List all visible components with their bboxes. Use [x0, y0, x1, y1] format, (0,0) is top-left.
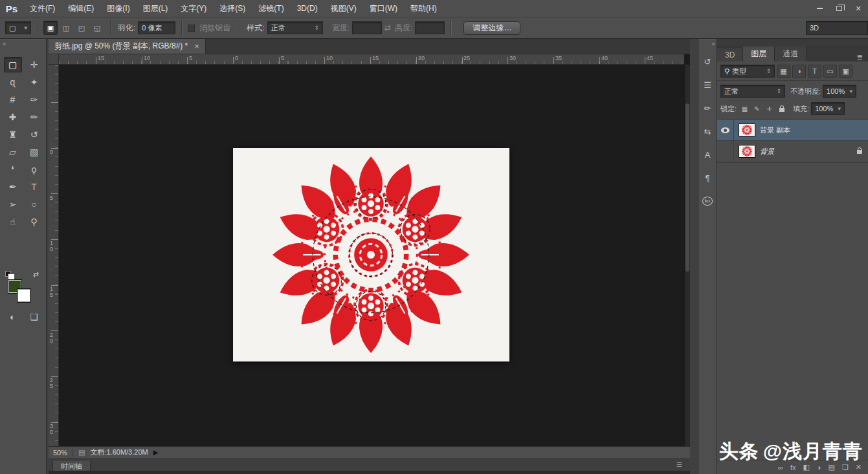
swap-colors-icon[interactable]: ⇄ [33, 270, 39, 279]
tab-close-icon[interactable]: × [194, 41, 199, 51]
filter-adjustment-layers-button[interactable]: ◑ [792, 65, 806, 78]
dodge-tool[interactable]: ϙ [25, 162, 43, 177]
menu-layer[interactable]: 图层(L) [137, 0, 175, 17]
tool-preset-picker[interactable]: ▢ ▾ [5, 21, 31, 34]
clone-source-panel-icon[interactable]: ⇆ [700, 124, 715, 138]
default-colors-icon[interactable] [5, 271, 11, 277]
expand-dock-icon[interactable]: « [711, 40, 714, 47]
menu-filter[interactable]: 滤镜(T) [252, 0, 290, 17]
tab-channels[interactable]: 通道 [775, 47, 807, 61]
height-input[interactable] [415, 21, 445, 34]
panel-menu-icon[interactable]: ≣ [857, 53, 868, 61]
new-selection-button[interactable]: ▣ [43, 21, 58, 35]
menu-type[interactable]: 文字(Y) [174, 0, 213, 17]
menu-select[interactable]: 选择(S) [213, 0, 252, 17]
horizontal-ruler[interactable]: 15 10 5 0 5 10 15 20 25 30 35 40 45 [59, 54, 684, 65]
lock-image-pixels-button[interactable]: ✎ [751, 103, 763, 114]
zoom-tool[interactable]: ⚲ [25, 214, 43, 230]
background-color-swatch[interactable] [17, 288, 31, 303]
clone-stamp-tool[interactable]: ♜ [4, 127, 22, 142]
blur-tool[interactable]: ❛ [4, 162, 22, 177]
magic-wand-tool[interactable]: ✦ [25, 74, 43, 90]
screen-mode-button[interactable]: ❏ [25, 309, 43, 325]
properties-panel-icon[interactable]: ☰ [700, 78, 715, 92]
papercut-photo[interactable] [233, 148, 509, 361]
layer-row-background-copy[interactable]: 背景 副本 [717, 120, 868, 141]
document-tab[interactable]: 剪纸.jpg @ 50% (背景 副本, RGB/8#) * × [49, 39, 206, 54]
history-panel-icon[interactable]: ↺ [700, 54, 715, 69]
antialias-checkbox[interactable] [188, 25, 195, 32]
timeline-menu-icon[interactable]: ☰ [676, 461, 682, 468]
eyedropper-tool[interactable]: ✑ [25, 92, 43, 107]
kuler-panel-icon[interactable]: ku [700, 194, 715, 208]
menu-window[interactable]: 窗口(W) [363, 0, 404, 17]
tab-3d[interactable]: 3D [717, 48, 743, 61]
menu-edit[interactable]: 编辑(E) [61, 0, 100, 17]
layer-row-background[interactable]: 背景 [717, 141, 868, 162]
ellipse-tool[interactable]: ○ [25, 197, 43, 212]
layer-name[interactable]: 背景 副本 [760, 125, 790, 135]
brush-icon: ✏ [30, 112, 38, 122]
collapse-tools-icon[interactable]: « [3, 40, 5, 47]
layer-name[interactable]: 背景 [760, 147, 774, 156]
hand-tool[interactable]: ☝ [4, 214, 22, 230]
lock-position-button[interactable]: ✛ [763, 103, 775, 114]
pen-tool[interactable]: ✒ [4, 179, 22, 195]
character-panel-icon[interactable]: A [700, 147, 715, 162]
crop-tool[interactable]: # [4, 92, 22, 107]
intersect-selection-button[interactable]: ◱ [90, 21, 104, 35]
canvas-area[interactable] [59, 65, 684, 446]
filter-kind-select[interactable]: ⚲ 类型 ⇕ [720, 65, 775, 78]
menu-view[interactable]: 视图(V) [324, 0, 363, 17]
brush-tool[interactable]: ✏ [25, 109, 43, 125]
layer-visibility-toggle[interactable] [717, 120, 734, 140]
path-selection-tool[interactable]: ➢ [4, 197, 22, 212]
refine-edge-button[interactable]: 调整边缘… [463, 21, 520, 35]
lock-transparent-pixels-button[interactable]: ▦ [739, 103, 751, 114]
blend-mode-select[interactable]: 正常 ⇕ [720, 85, 785, 98]
filter-shape-layers-button[interactable]: ▭ [823, 65, 837, 78]
spot-healing-brush-tool[interactable]: ✚ [4, 109, 22, 125]
minimize-button[interactable] [810, 0, 829, 17]
type-tool[interactable]: T [25, 179, 43, 195]
add-to-selection-button[interactable]: ◫ [59, 21, 73, 35]
rectangular-marquee-tool[interactable]: ▢ [4, 57, 22, 72]
layer-thumbnail[interactable] [739, 124, 755, 136]
gradient-tool[interactable]: ▧ [25, 144, 43, 160]
quick-mask-button[interactable]: ◐ [4, 309, 22, 325]
tab-layers[interactable]: 图层 [743, 47, 775, 61]
filter-smart-objects-button[interactable]: ▣ [839, 65, 852, 78]
vertical-scrollbar[interactable] [684, 65, 690, 446]
swap-dimensions-icon[interactable]: ⇄ [384, 23, 391, 32]
vertical-ruler[interactable]: 0 5 10 15 20 25 30 [49, 65, 59, 446]
layer-thumbnail[interactable] [739, 145, 755, 158]
move-tool[interactable]: ✛ [25, 57, 43, 72]
fill-input[interactable]: 100% ▾ [811, 102, 845, 115]
menu-file[interactable]: 文件(F) [23, 0, 61, 17]
zoom-level-field[interactable]: 50% [53, 449, 67, 457]
paragraph-panel-icon[interactable]: ¶ [700, 171, 715, 185]
brush-panel-icon[interactable]: ✏ [700, 101, 715, 115]
layer-visibility-toggle[interactable] [717, 141, 734, 162]
opacity-label: 不透明度: [790, 87, 821, 96]
scrollbar-thumb[interactable] [685, 103, 689, 272]
lasso-tool[interactable]: ɋ [4, 74, 22, 90]
style-select[interactable]: 正常 ⇕ [267, 21, 323, 34]
feather-input[interactable]: 0 像素 [138, 21, 175, 34]
close-button[interactable]: ✕ [849, 0, 868, 17]
workspace-select[interactable]: 3D [806, 21, 868, 35]
eraser-tool[interactable]: ▱ [4, 144, 22, 160]
menu-3d[interactable]: 3D(D) [291, 0, 324, 17]
opacity-input[interactable]: 100% ▾ [823, 85, 856, 98]
menu-help[interactable]: 帮助(H) [404, 0, 443, 17]
subtract-from-selection-button[interactable]: ◰ [74, 21, 89, 35]
filter-type-layers-button[interactable]: T [808, 65, 821, 78]
restore-button[interactable] [829, 0, 849, 17]
filter-pixel-layers-button[interactable]: ▦ [777, 65, 790, 78]
menu-image[interactable]: 图像(I) [100, 0, 136, 17]
width-input[interactable] [352, 21, 382, 34]
layers-panel: 3D 图层 通道 ≣ ⚲ 类型 ⇕ ▦ ◑ T ▭ ▣ 正常 ⇕ 不透明度: 1… [717, 39, 868, 474]
lock-all-button[interactable] [775, 103, 788, 114]
history-brush-tool[interactable]: ↺ [25, 127, 43, 142]
status-popup-arrow-icon[interactable]: ▶ [153, 449, 159, 456]
